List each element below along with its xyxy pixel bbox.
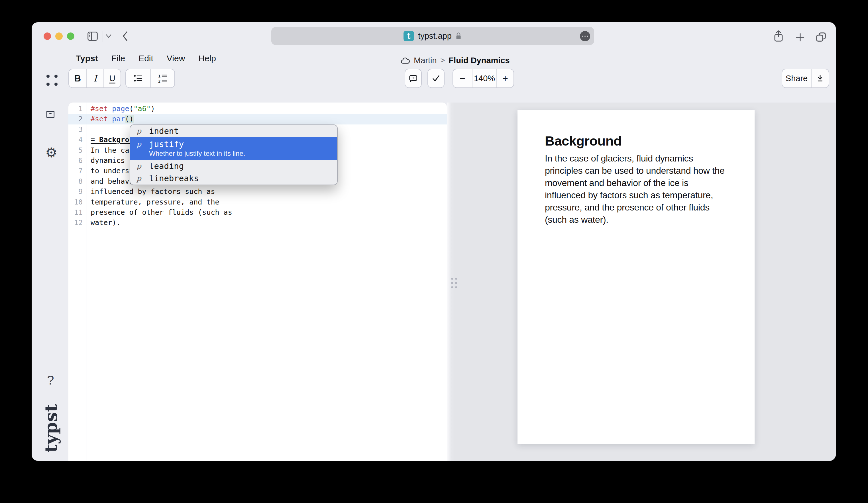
param-type-icon: p: [136, 162, 145, 170]
sidebar-toggle-icon[interactable]: [86, 30, 99, 42]
breadcrumb-separator: >: [441, 56, 445, 65]
address-bar[interactable]: t typst.app: [271, 27, 594, 45]
close-window-button[interactable]: [44, 32, 51, 40]
preview-heading: Background: [545, 133, 727, 149]
chevron-down-icon[interactable]: [105, 34, 112, 39]
autocomplete-description: Whether to justify text in its line.: [149, 149, 332, 157]
comments-button[interactable]: [405, 69, 422, 88]
share-label: Share: [786, 74, 808, 83]
param-type-icon: p: [136, 140, 145, 148]
breadcrumb-workspace[interactable]: Martin: [414, 56, 437, 65]
checkmark-icon: [431, 73, 441, 83]
code-line[interactable]: water).: [91, 218, 447, 228]
line-number: 8: [69, 176, 83, 187]
list-group: 1 2: [125, 69, 175, 88]
preview-paragraph: In the case of glaciers, fluid dynamicsp…: [545, 153, 735, 226]
code-line[interactable]: #set par(): [91, 114, 447, 124]
menu-item-help[interactable]: Help: [198, 54, 216, 63]
preview-text-line: movement and behavior of the ice is: [545, 177, 735, 189]
zoom-level[interactable]: 140%: [472, 69, 496, 87]
line-number-gutter: 123456789101112: [69, 103, 87, 461]
download-icon: [816, 74, 824, 83]
site-url: typst.app: [418, 31, 452, 41]
code-line[interactable]: #set page("a6"): [91, 104, 447, 114]
zoom-window-button[interactable]: [67, 32, 74, 40]
preview-page: Background In the case of glaciers, flui…: [517, 110, 755, 444]
share-page-icon[interactable]: [773, 30, 785, 43]
italic-button[interactable]: I: [86, 69, 103, 87]
new-tab-icon[interactable]: [795, 32, 806, 43]
typst-logo: typst: [41, 394, 61, 461]
line-number: 1: [69, 104, 83, 114]
menu-items: FileEditViewHelp: [111, 54, 216, 63]
browser-titlebar: t typst.app: [32, 22, 836, 50]
pane-resize-handle[interactable]: [451, 278, 457, 288]
autocomplete-label: leading: [149, 161, 184, 171]
bold-label: B: [74, 73, 81, 84]
menu-item-file[interactable]: File: [111, 54, 125, 63]
autocomplete-item-linebreaks[interactable]: plinebreaks: [130, 172, 337, 185]
back-icon[interactable]: [121, 30, 130, 43]
preview-text-line: principles can be used to understand how…: [545, 165, 735, 177]
autocomplete-label: justify: [149, 139, 184, 149]
zoom-level-value: 140%: [474, 74, 495, 83]
traffic-lights: [44, 32, 74, 40]
menu-item-edit[interactable]: Edit: [138, 54, 153, 63]
autocomplete-item-indent[interactable]: pindent: [130, 125, 337, 137]
lock-icon: [455, 32, 462, 40]
bold-button[interactable]: B: [69, 69, 86, 87]
bullet-list-button[interactable]: [126, 69, 150, 87]
zoom-out-button[interactable]: −: [453, 69, 472, 87]
files-box-icon[interactable]: [45, 109, 55, 119]
svg-text:2: 2: [158, 79, 161, 83]
tab-overview-icon[interactable]: [815, 31, 827, 43]
line-number: 9: [69, 187, 83, 197]
zoom-in-label: +: [503, 73, 508, 84]
autocomplete-item-leading[interactable]: pleading: [130, 160, 337, 172]
numbered-list-icon: 1 2: [158, 73, 168, 83]
share-button[interactable]: Share: [782, 69, 811, 87]
preview-text-line: In the case of glaciers, fluid dynamics: [545, 153, 735, 165]
text-style-group: B I U: [69, 69, 121, 88]
minimize-window-button[interactable]: [55, 32, 63, 40]
line-number: 4: [69, 135, 83, 145]
titlebar-divider: [103, 31, 103, 42]
code-line[interactable]: temperature, pressure, and the: [91, 197, 447, 207]
comment-bubble-icon: [409, 73, 418, 83]
download-button[interactable]: [811, 69, 829, 87]
svg-text:1: 1: [158, 74, 161, 78]
code-editor[interactable]: 123456789101112 #set page("a6")#set par(…: [69, 103, 447, 461]
settings-gear-icon[interactable]: ⚙: [45, 146, 57, 159]
autocomplete-popup: pindentpjustifyWhether to justify text i…: [130, 125, 338, 185]
autocomplete-label: linebreaks: [149, 174, 199, 183]
line-number: 10: [69, 197, 83, 207]
preview-text-line: (such as water).: [545, 213, 735, 226]
share-export-group: Share: [782, 69, 829, 88]
help-icon[interactable]: ?: [47, 373, 54, 387]
bullet-list-icon: [133, 73, 143, 83]
param-type-icon: p: [136, 127, 145, 135]
underline-label: U: [109, 73, 115, 83]
app-menubar: Typst FileEditViewHelp: [76, 54, 216, 63]
zoom-in-button[interactable]: +: [496, 69, 514, 87]
autocomplete-item-justify[interactable]: pjustifyWhether to justify text in its l…: [130, 137, 337, 160]
numbered-list-button[interactable]: 1 2: [150, 69, 174, 87]
preview-text-line: influenced by factors such as temperatur…: [545, 189, 735, 201]
code-line[interactable]: presence of other fluids (such as: [91, 207, 447, 218]
app-grid-icon[interactable]: [46, 75, 58, 86]
menu-item-view[interactable]: View: [167, 54, 185, 63]
line-number: 11: [69, 207, 83, 218]
line-number: 3: [69, 125, 83, 135]
underline-button[interactable]: U: [103, 69, 121, 87]
page-settings-button[interactable]: [580, 31, 590, 41]
autocomplete-label: indent: [149, 126, 179, 136]
menu-typst[interactable]: Typst: [76, 54, 98, 63]
spellcheck-button[interactable]: [427, 69, 445, 88]
cloud-icon: [400, 57, 410, 65]
breadcrumb-document[interactable]: Fluid Dynamics: [448, 56, 509, 65]
line-number: 5: [69, 145, 83, 156]
code-line[interactable]: influenced by factors such as: [91, 187, 447, 197]
breadcrumb[interactable]: Martin > Fluid Dynamics: [400, 56, 510, 65]
preview-text-line: pressure, and the presence of other flui…: [545, 201, 735, 213]
line-number: 2: [69, 114, 83, 124]
